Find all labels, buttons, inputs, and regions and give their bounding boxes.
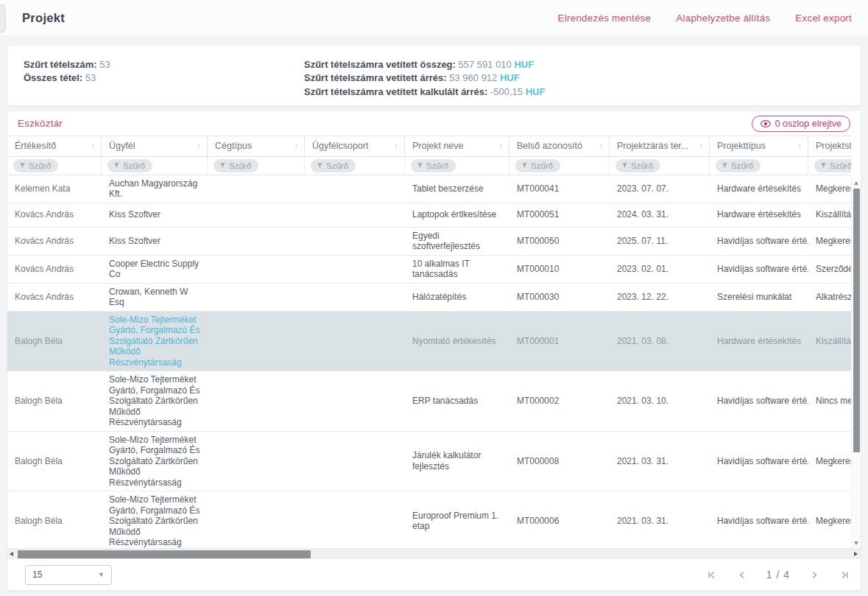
cell-text: Kiss Szoftver [109, 236, 160, 247]
save-layout-button[interactable]: Elrendezés mentése [558, 13, 652, 24]
cell: Havidíjas software érté... [710, 371, 808, 431]
horizontal-scroll-track[interactable] [16, 549, 852, 559]
table-filter-row: SzűrőSzűrőSzűrőSzűrőSzűrőSzűrőSzűrőSzűrő… [7, 157, 851, 175]
table-row[interactable]: Kovács AndrásCrowan, Kenneth W EsqHálóza… [7, 284, 851, 312]
cell-text: Nyomtató értékesítés [412, 336, 495, 347]
cell: Szerelési munkálat [710, 284, 808, 311]
cell: Sole-Mizo Tejterméket Gyártó, Forgalmazó… [102, 491, 208, 548]
collapsed-panel-edge[interactable] [0, 4, 6, 32]
cell-text: MT000008 [517, 456, 559, 467]
page-size-select[interactable]: 15 ▼ [25, 565, 112, 585]
scroll-up-button[interactable] [852, 178, 861, 188]
cell-text: Sole-Mizo Tejterméket Gyártó, Forgalmazó… [109, 435, 200, 488]
filter-chip[interactable]: Szűrő [615, 159, 660, 172]
filter-chip[interactable]: Szűrő [716, 159, 761, 172]
table-row[interactable]: Balogh BélaSole-Mizo Tejterméket Gyártó,… [7, 491, 851, 548]
hidden-columns-badge[interactable]: 0 oszlop elrejtve [752, 116, 850, 132]
excel-export-button[interactable]: Excel export [795, 13, 852, 24]
filter-chip-label: Szűrő [426, 161, 448, 170]
table-row[interactable]: Kovács AndrásCooper Electric Supply Co10… [7, 256, 851, 284]
column-header-8[interactable]: Projektstá↑ [808, 136, 851, 156]
filtered-count-line: Szűrt tételszám: 53 [24, 58, 304, 71]
cell-text: Járulék kalkulátor fejlesztés [412, 450, 502, 471]
cell: Sole-Mizo Tejterméket Gyártó, Forgalmazó… [102, 312, 208, 371]
column-header-1[interactable]: Ügyfél↑ [102, 136, 208, 156]
cell: Auchan Magyarország Kft. [102, 175, 208, 203]
vertical-scroll-thumb[interactable] [853, 189, 860, 452]
cell [208, 491, 305, 548]
scroll-right-button[interactable] [852, 549, 861, 560]
filtered-margin-currency: HUF [500, 72, 520, 83]
cell-text: Hardware értésekítés [717, 209, 801, 220]
table-row[interactable]: Balogh BélaSole-Mizo Tejterméket Gyártó,… [7, 371, 851, 432]
scroll-left-button[interactable] [7, 549, 16, 560]
filter-chip[interactable]: Szűrő [13, 159, 58, 172]
column-header-2[interactable]: Cégtípus↑ [208, 136, 305, 156]
filter-chip-label: Szűrő [29, 161, 51, 170]
cell-text: MT000001 [517, 336, 559, 347]
customer-link[interactable]: Sole-Mizo Tejterméket Gyártó, Forgalmazó… [109, 315, 200, 368]
column-header-0[interactable]: Értékesítő↑ [7, 136, 102, 156]
filter-chip[interactable]: Szűrő [311, 159, 356, 172]
sort-arrow-icon: ↑ [294, 141, 299, 150]
scroll-down-button[interactable] [852, 539, 861, 548]
column-header-5[interactable]: Belső azonosító↑ [509, 136, 610, 156]
funnel-icon [113, 162, 120, 169]
funnel-icon [317, 162, 323, 169]
cell: Megkerese [808, 228, 851, 255]
cell-text: MT000041 [517, 183, 559, 194]
cell [305, 228, 405, 255]
funnel-icon [621, 162, 628, 169]
filtered-count-value: 53 [99, 59, 110, 70]
column-header-7[interactable]: Projekttípus↑ [710, 136, 808, 156]
next-page-button[interactable] [810, 569, 819, 581]
first-page-icon [708, 571, 716, 579]
table-row[interactable]: Kovács AndrásKiss SzoftverLaptopok értlk… [7, 203, 851, 228]
column-header-6[interactable]: Projektzárás ter...↑ [610, 136, 710, 156]
cell-text: Kiss Szoftver [109, 209, 160, 220]
column-header-label: Projektzárás ter... [617, 141, 688, 151]
filter-cell-8: Szűrő [808, 157, 851, 175]
sort-arrow-icon: ↑ [599, 141, 604, 150]
table-row[interactable]: Balogh BélaSole-Mizo Tejterméket Gyártó,… [7, 312, 851, 372]
cell [305, 203, 405, 227]
cell [208, 312, 305, 371]
cell-text: Havidíjas software érté... [717, 236, 808, 247]
cell: Cooper Electric Supply Co [102, 256, 208, 283]
filter-cell-6: Szűrő [610, 157, 710, 175]
reset-layout-button[interactable]: Alaphelyzetbe állítás [676, 13, 770, 24]
prev-page-button[interactable] [737, 569, 747, 581]
cell: Balogh Béla [7, 432, 102, 491]
column-header-label: Ügyfél [109, 141, 135, 151]
filter-chip-label: Szűrő [830, 161, 851, 170]
cell [208, 203, 305, 227]
cell: Szerződés [808, 256, 851, 283]
first-page-button[interactable] [706, 569, 717, 581]
filter-chip[interactable]: Szűrő [515, 159, 560, 172]
calculated-margin-label: Szűrt tételszámra vetített kalkulált árr… [304, 86, 487, 97]
table-row[interactable]: Balogh BélaSole-Mizo Tejterméket Gyártó,… [7, 432, 851, 492]
cell: Havidíjas software érté... [710, 228, 808, 255]
toolbar-toggle[interactable]: Eszköztár [18, 118, 63, 129]
cell: Kiss Szoftver [102, 228, 208, 255]
table-row[interactable]: Kelemen KataAuchan Magyarország Kft.Tabl… [7, 175, 851, 203]
cell-text: Sole-Mizo Tejterméket Gyártó, Forgalmazó… [109, 494, 200, 548]
column-header-3[interactable]: Ügyfélcsoport↑ [305, 136, 405, 156]
last-page-button[interactable] [839, 569, 850, 581]
cell-text: Auchan Magyarország Kft. [109, 178, 200, 200]
table-row[interactable]: Kovács AndrásKiss SzoftverEgyedi szoftve… [7, 228, 851, 256]
cell-text: Kovács András [15, 236, 74, 247]
funnel-icon [19, 162, 26, 169]
horizontal-scroll-thumb[interactable] [18, 550, 311, 558]
cell-text: Laptopok értlkesítése [412, 209, 496, 220]
filter-chip-label: Szűrő [531, 161, 553, 170]
table-footer: 15 ▼ 1 / 4 [7, 559, 861, 590]
cell: 2025. 07. 11. [610, 228, 710, 255]
filter-chip[interactable]: Szűrő [411, 159, 456, 172]
filter-chip[interactable]: Szűrő [214, 159, 258, 172]
cell [305, 491, 405, 548]
column-header-4[interactable]: Projekt neve↑ [405, 136, 509, 156]
filtered-sum-currency: HUF [514, 59, 534, 70]
filter-chip[interactable]: Szűrő [107, 159, 152, 172]
filter-chip[interactable]: Szűrő [814, 159, 851, 172]
